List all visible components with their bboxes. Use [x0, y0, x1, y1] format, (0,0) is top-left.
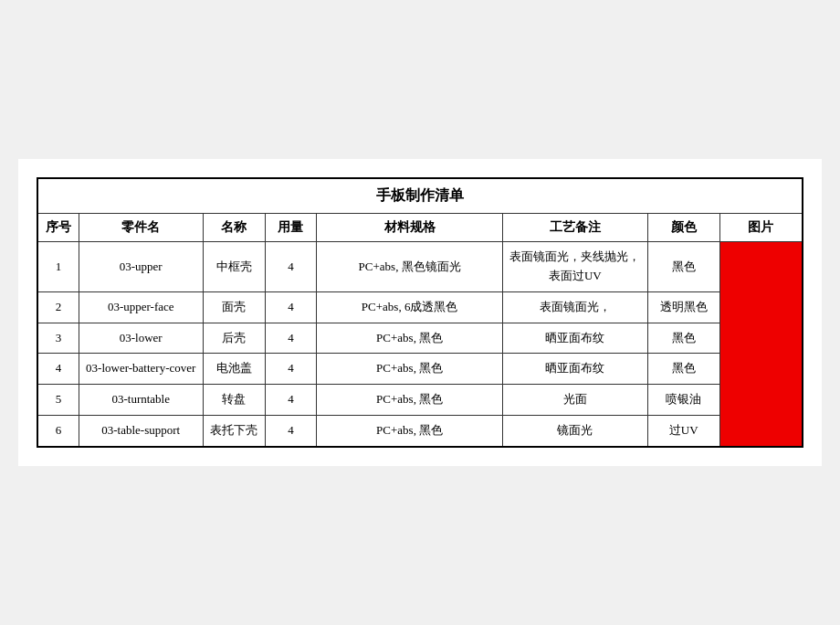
cell-process: 表面镜面光， — [503, 291, 648, 323]
cell-qty: 4 — [265, 354, 317, 385]
cell-part-code: 03-upper — [79, 242, 203, 292]
cell-part-code: 03-lower — [79, 323, 203, 354]
cell-seq: 4 — [37, 354, 79, 385]
cell-color: 黑色 — [647, 323, 719, 354]
cell-color: 透明黑色 — [647, 291, 719, 323]
cell-process: 表面镜面光，夹线抛光，表面过UV — [503, 242, 648, 292]
cell-part-code: 03-lower-battery-cover — [79, 354, 203, 385]
cell-process: 镜面光 — [503, 415, 648, 446]
header-name: 名称 — [203, 214, 265, 242]
cell-part-code: 03-turntable — [79, 385, 203, 416]
cell-qty: 4 — [265, 323, 317, 354]
image-column — [719, 242, 803, 447]
cell-qty: 4 — [265, 385, 317, 416]
table-title: 手板制作清单 — [37, 178, 803, 214]
cell-part-code: 03-upper-face — [79, 291, 203, 323]
cell-spec: PC+abs, 黑色 — [317, 323, 503, 354]
header-color: 颜色 — [647, 214, 719, 242]
table-row: 4 03-lower-battery-cover 电池盖 4 PC+abs, 黑… — [37, 354, 803, 385]
cell-qty: 4 — [265, 415, 317, 446]
header-part-code: 零件名 — [79, 214, 203, 242]
cell-process: 光面 — [503, 385, 648, 416]
cell-part-code: 03-table-support — [79, 415, 203, 446]
cell-spec: PC+abs, 6成透黑色 — [317, 291, 503, 323]
cell-color: 喷银油 — [647, 385, 719, 416]
cell-qty: 4 — [265, 242, 317, 292]
table-row: 2 03-upper-face 面壳 4 PC+abs, 6成透黑色 表面镜面光… — [37, 291, 803, 323]
cell-spec: PC+abs, 黑色镜面光 — [317, 242, 503, 292]
header-image: 图片 — [719, 214, 803, 242]
page-wrapper: 手板制作清单 序号 零件名 名称 用量 材料规格 工艺备注 颜色 图片 1 03… — [18, 159, 822, 466]
header-process: 工艺备注 — [503, 214, 648, 242]
cell-name: 面壳 — [203, 291, 265, 323]
cell-color: 黑色 — [647, 354, 719, 385]
cell-seq: 5 — [37, 385, 79, 416]
header-row: 序号 零件名 名称 用量 材料规格 工艺备注 颜色 图片 — [37, 214, 803, 242]
cell-process: 晒亚面布纹 — [503, 354, 648, 385]
cell-color: 过UV — [647, 415, 719, 446]
cell-seq: 6 — [37, 415, 79, 446]
cell-name: 表托下壳 — [203, 415, 265, 446]
cell-seq: 3 — [37, 323, 79, 354]
cell-seq: 2 — [37, 291, 79, 323]
header-spec: 材料规格 — [317, 214, 503, 242]
title-row: 手板制作清单 — [37, 178, 803, 214]
cell-seq: 1 — [37, 242, 79, 292]
table-row: 5 03-turntable 转盘 4 PC+abs, 黑色 光面 喷银油 — [37, 385, 803, 416]
header-qty: 用量 — [265, 214, 317, 242]
header-seq: 序号 — [37, 214, 79, 242]
cell-process: 晒亚面布纹 — [503, 323, 648, 354]
table-row: 6 03-table-support 表托下壳 4 PC+abs, 黑色 镜面光… — [37, 415, 803, 446]
table-row: 3 03-lower 后壳 4 PC+abs, 黑色 晒亚面布纹 黑色 — [37, 323, 803, 354]
cell-name: 电池盖 — [203, 354, 265, 385]
cell-spec: PC+abs, 黑色 — [317, 385, 503, 416]
cell-qty: 4 — [265, 291, 317, 323]
main-table: 手板制作清单 序号 零件名 名称 用量 材料规格 工艺备注 颜色 图片 1 03… — [37, 177, 803, 448]
cell-spec: PC+abs, 黑色 — [317, 354, 503, 385]
cell-color: 黑色 — [647, 242, 719, 292]
cell-name: 后壳 — [203, 323, 265, 354]
cell-name: 中框壳 — [203, 242, 265, 292]
cell-spec: PC+abs, 黑色 — [317, 415, 503, 446]
table-row: 1 03-upper 中框壳 4 PC+abs, 黑色镜面光 表面镜面光，夹线抛… — [37, 242, 803, 292]
cell-name: 转盘 — [203, 385, 265, 416]
